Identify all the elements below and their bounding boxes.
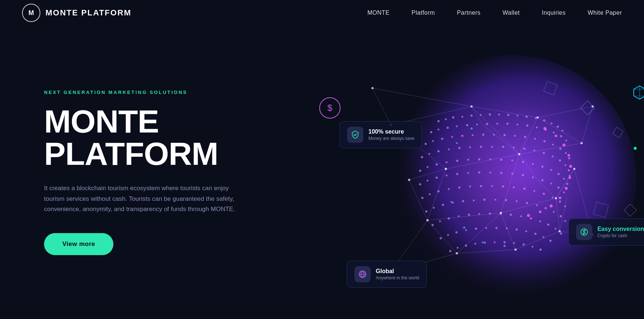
svg-point-31 xyxy=(553,132,555,134)
nav-item-whitepaper[interactable]: White Paper xyxy=(587,10,622,16)
svg-point-51 xyxy=(421,156,423,158)
svg-point-132 xyxy=(560,215,562,217)
svg-point-96 xyxy=(522,174,524,176)
svg-point-131 xyxy=(553,211,555,213)
svg-point-17 xyxy=(562,130,564,132)
svg-point-105 xyxy=(448,188,450,190)
secure-card: 100% secure Money are always save xyxy=(339,121,422,148)
svg-point-34 xyxy=(425,143,427,145)
svg-point-238 xyxy=(408,179,410,181)
dollar-icon: $ xyxy=(319,97,341,119)
navigation: M MONTE PLATFORM MONTE Platform Partners… xyxy=(0,0,644,26)
hero-globe-area: $ xyxy=(299,26,644,319)
svg-point-106 xyxy=(458,186,461,189)
nav-item-monte[interactable]: MONTE xyxy=(367,10,389,16)
svg-point-22 xyxy=(466,124,468,126)
svg-point-150 xyxy=(447,234,449,236)
svg-point-50 xyxy=(568,157,570,159)
svg-point-228 xyxy=(581,142,583,144)
svg-point-85 xyxy=(566,183,568,185)
svg-point-130 xyxy=(545,207,547,209)
view-more-button[interactable]: View more xyxy=(44,233,113,255)
svg-point-79 xyxy=(522,161,524,163)
svg-point-89 xyxy=(446,175,448,177)
nav-item-inquiries[interactable]: Inquiries xyxy=(542,10,565,16)
conversions-card-text: Easy conversions Crypto for cash xyxy=(597,226,644,238)
svg-point-10 xyxy=(507,114,509,116)
svg-point-23 xyxy=(476,124,478,126)
svg-point-42 xyxy=(503,134,506,136)
svg-point-116 xyxy=(559,200,561,203)
svg-point-11 xyxy=(517,115,519,117)
svg-point-236 xyxy=(559,230,561,232)
svg-point-112 xyxy=(523,188,525,190)
svg-point-152 xyxy=(465,229,467,231)
secure-card-icon xyxy=(347,127,363,143)
svg-point-108 xyxy=(480,185,482,187)
global-card-icon xyxy=(354,266,371,282)
svg-point-133 xyxy=(564,220,566,222)
svg-point-159 xyxy=(534,233,536,235)
global-card-title: Global xyxy=(376,268,419,275)
svg-point-163 xyxy=(457,247,459,249)
svg-point-65 xyxy=(559,159,561,162)
svg-point-81 xyxy=(541,166,543,168)
global-card-subtitle: Anywhere in the world xyxy=(376,275,419,280)
svg-point-99 xyxy=(550,183,552,185)
svg-point-69 xyxy=(419,170,421,172)
svg-point-145 xyxy=(539,221,541,222)
svg-point-88 xyxy=(436,177,438,179)
svg-point-230 xyxy=(518,153,520,155)
svg-point-127 xyxy=(516,200,518,202)
svg-point-46 xyxy=(543,140,546,142)
svg-point-111 xyxy=(513,186,515,188)
conversions-card-title: Easy conversions xyxy=(597,226,644,232)
logo-area[interactable]: M MONTE PLATFORM xyxy=(22,4,131,22)
svg-point-52 xyxy=(429,153,430,155)
svg-point-232 xyxy=(500,212,502,214)
svg-point-35 xyxy=(432,140,434,142)
svg-point-28 xyxy=(526,124,528,127)
svg-point-33 xyxy=(565,140,567,142)
svg-point-124 xyxy=(483,199,485,201)
nav-item-partners[interactable]: Partners xyxy=(457,10,480,16)
svg-point-142 xyxy=(510,214,512,216)
logo-text: MONTE PLATFORM xyxy=(46,8,131,18)
svg-point-49 xyxy=(565,152,567,154)
svg-point-167 xyxy=(494,242,496,243)
secure-card-subtitle: Money are always save xyxy=(368,136,414,141)
svg-point-86 xyxy=(419,183,421,185)
logo-icon: M xyxy=(22,4,40,22)
svg-point-129 xyxy=(536,204,538,206)
svg-point-146 xyxy=(547,224,549,226)
svg-point-44 xyxy=(524,136,526,138)
svg-point-122 xyxy=(462,200,464,202)
svg-point-241 xyxy=(573,168,575,170)
svg-point-173 xyxy=(543,127,546,130)
svg-point-54 xyxy=(448,149,450,151)
svg-point-233 xyxy=(555,197,557,199)
svg-point-107 xyxy=(469,186,471,188)
nav-item-platform[interactable]: Platform xyxy=(412,10,435,16)
svg-point-74 xyxy=(467,159,469,161)
svg-point-75 xyxy=(478,158,480,160)
svg-point-135 xyxy=(439,221,441,222)
svg-point-43 xyxy=(514,135,516,137)
svg-point-66 xyxy=(565,164,567,166)
svg-point-157 xyxy=(516,228,518,231)
global-card-text: Global Anywhere in the world xyxy=(376,268,419,280)
nav-item-wallet[interactable]: Wallet xyxy=(503,10,520,16)
svg-point-29 xyxy=(536,127,538,128)
conversions-card-icon: $ xyxy=(576,224,592,240)
svg-point-226 xyxy=(470,105,473,108)
svg-point-38 xyxy=(461,135,463,137)
svg-point-2 xyxy=(437,120,440,122)
svg-point-57 xyxy=(480,146,482,148)
cube-icon xyxy=(632,84,644,104)
svg-point-234 xyxy=(456,252,458,254)
hero-section: NEXT GENERATION MARKETING SOLUTIONS MONT… xyxy=(0,26,644,319)
secure-card-title: 100% secure xyxy=(368,128,414,135)
svg-point-62 xyxy=(534,150,535,152)
svg-point-13 xyxy=(535,117,537,119)
svg-point-63 xyxy=(543,152,545,154)
